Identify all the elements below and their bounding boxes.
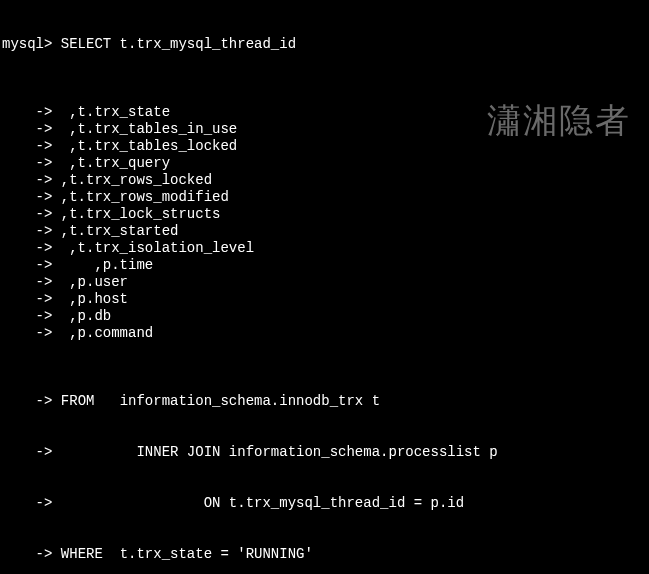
sql-column-line: -> ,t.trx_rows_modified (2, 189, 649, 206)
sql-column-line: -> ,t.trx_isolation_level (2, 240, 649, 257)
sql-column-line: -> ,t.trx_rows_locked (2, 172, 649, 189)
sql-from: -> FROM information_schema.innodb_trx t (2, 393, 649, 410)
sql-column-line: -> ,t.trx_started (2, 223, 649, 240)
sql-column-line: -> ,p.time (2, 257, 649, 274)
sql-first-line: mysql> SELECT t.trx_mysql_thread_id (2, 36, 649, 53)
sql-column-line: -> ,p.host (2, 291, 649, 308)
sql-where: -> WHERE t.trx_state = 'RUNNING' (2, 546, 649, 563)
sql-column-line: -> ,t.trx_tables_locked (2, 138, 649, 155)
sql-column-line: -> ,p.db (2, 308, 649, 325)
sql-column-line: -> ,t.trx_lock_structs (2, 206, 649, 223)
terminal-output: mysql> SELECT t.trx_mysql_thread_id -> ,… (0, 0, 649, 574)
sql-column-line: -> ,p.user (2, 274, 649, 291)
sql-column-line: -> ,t.trx_tables_in_use (2, 121, 649, 138)
sql-column-line: -> ,p.command (2, 325, 649, 342)
sql-on: -> ON t.trx_mysql_thread_id = p.id (2, 495, 649, 512)
sql-column-line: -> ,t.trx_query (2, 155, 649, 172)
sql-join: -> INNER JOIN information_schema.process… (2, 444, 649, 461)
sql-column-line: -> ,t.trx_state (2, 104, 649, 121)
